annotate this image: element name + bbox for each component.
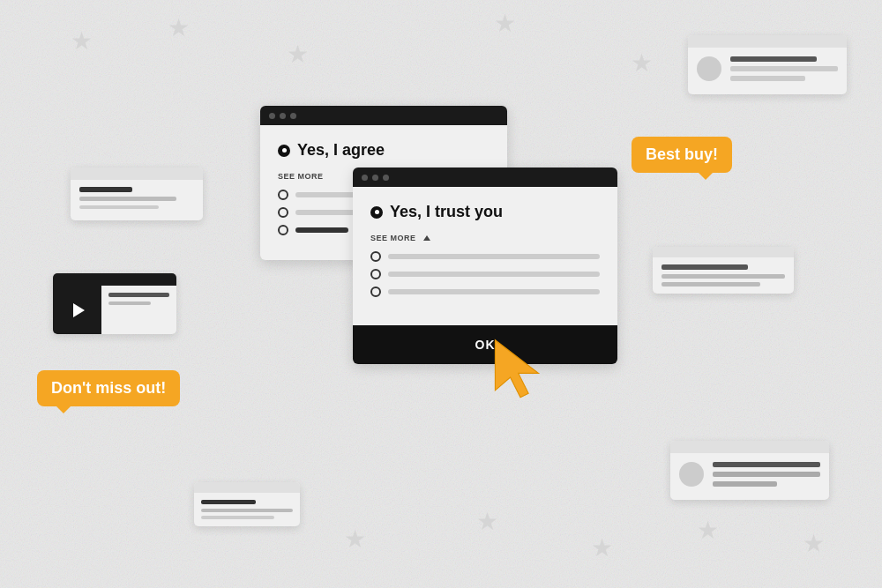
titlebar xyxy=(353,167,617,187)
left-top-window xyxy=(71,167,203,220)
chevron-up-icon xyxy=(423,235,430,241)
bubble-text: Best buy! xyxy=(646,145,718,163)
dialog-title: Yes, I agree xyxy=(278,141,490,160)
window-dot xyxy=(383,175,389,181)
window-titlebar xyxy=(653,247,794,257)
bottom-small-window xyxy=(194,482,300,526)
content-bar xyxy=(662,274,785,279)
option-radio xyxy=(370,287,381,297)
content-bar xyxy=(79,187,132,192)
svg-marker-0 xyxy=(495,340,538,398)
content-bar xyxy=(713,462,820,467)
content-bar xyxy=(79,197,176,201)
scene: ★ ★ ★ ★ ★ ★ ★ ★ ★ ★ xyxy=(0,0,882,588)
window-content xyxy=(71,180,203,220)
content-bar xyxy=(79,205,159,209)
option-bar xyxy=(388,289,600,294)
ok-button[interactable]: OK xyxy=(353,325,617,364)
option-row xyxy=(370,269,600,279)
video-bar xyxy=(108,301,151,305)
star-decoration: ★ xyxy=(631,48,653,78)
option-radio xyxy=(370,269,381,279)
right-bottom-window xyxy=(670,441,829,500)
star-decoration: ★ xyxy=(168,13,190,42)
window-content xyxy=(194,493,300,526)
window-dot xyxy=(362,175,368,181)
dialog-front-window: Yes, I trust you SEE MORE OK xyxy=(353,167,617,364)
content-bar xyxy=(662,282,760,287)
video-body xyxy=(53,286,176,334)
dialog-title-text: Yes, I trust you xyxy=(390,203,503,221)
option-row xyxy=(370,287,600,297)
right-mid-window xyxy=(653,247,794,294)
option-row xyxy=(370,251,600,262)
selected-radio xyxy=(370,206,383,219)
window-content xyxy=(688,48,847,94)
star-decoration: ★ xyxy=(494,9,516,38)
video-bar xyxy=(108,293,169,297)
window-dot xyxy=(372,175,378,181)
option-bar-dark xyxy=(295,227,348,233)
content-bar xyxy=(662,264,748,270)
window-titlebar xyxy=(670,441,829,453)
star-decoration: ★ xyxy=(697,516,719,545)
right-top-window xyxy=(688,35,847,94)
dialog-title-text: Yes, I agree xyxy=(297,141,385,160)
content-bar xyxy=(201,516,274,519)
video-info xyxy=(101,286,176,334)
bubble-text: Don't miss out! xyxy=(51,379,166,397)
avatar xyxy=(697,56,721,81)
dialog-content: Yes, I trust you SEE MORE xyxy=(353,187,617,322)
content-bar xyxy=(730,56,817,62)
cursor-arrow-icon xyxy=(490,335,551,406)
avatar xyxy=(679,462,704,487)
content-bar xyxy=(730,76,805,81)
content-bars xyxy=(713,462,820,491)
option-radio xyxy=(278,207,288,218)
window-titlebar xyxy=(194,482,300,493)
content-bar xyxy=(713,481,777,487)
star-decoration: ★ xyxy=(803,529,825,558)
content-bar xyxy=(201,500,256,504)
window-content xyxy=(670,453,829,500)
see-more-label: SEE MORE xyxy=(370,234,416,242)
content-bar xyxy=(730,66,838,71)
window-dot xyxy=(290,113,296,119)
dialog-title: Yes, I trust you xyxy=(370,203,600,221)
star-decoration: ★ xyxy=(71,26,93,56)
option-bar xyxy=(388,254,600,259)
see-more-label: SEE MORE xyxy=(278,172,324,181)
content-bar xyxy=(201,509,293,512)
video-window xyxy=(53,273,176,334)
see-more-row: SEE MORE xyxy=(370,234,600,242)
best-buy-bubble: Best buy! xyxy=(632,137,732,173)
option-bar xyxy=(388,272,600,277)
star-decoration: ★ xyxy=(344,525,366,554)
star-decoration: ★ xyxy=(476,507,498,536)
selected-radio xyxy=(278,145,290,157)
window-content xyxy=(653,257,794,294)
window-dot xyxy=(269,113,275,119)
content-bars xyxy=(730,56,838,86)
window-titlebar xyxy=(53,273,176,286)
option-radio xyxy=(278,225,288,235)
video-thumbnail xyxy=(53,286,101,334)
window-dot xyxy=(280,113,286,119)
content-bar xyxy=(713,472,820,477)
window-titlebar xyxy=(688,35,847,48)
option-radio xyxy=(370,251,381,262)
play-icon xyxy=(73,303,85,317)
window-titlebar xyxy=(71,167,203,180)
star-decoration: ★ xyxy=(591,533,613,562)
star-decoration: ★ xyxy=(287,40,309,69)
titlebar xyxy=(260,106,507,125)
dont-miss-out-bubble: Don't miss out! xyxy=(37,370,180,406)
option-radio xyxy=(278,190,288,200)
